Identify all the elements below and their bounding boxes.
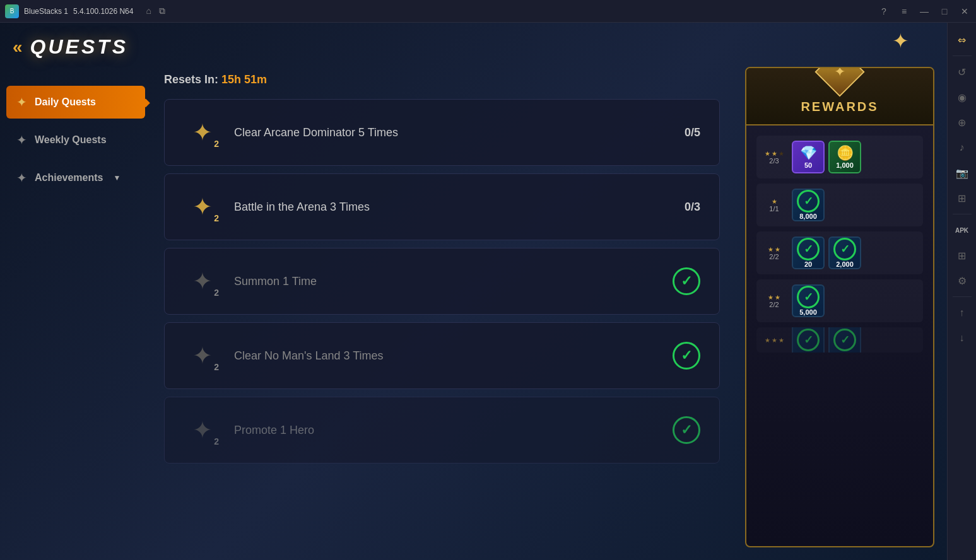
star-icon: ★ [765,150,770,157]
settings-btn[interactable]: ⚙ [950,269,974,293]
right-sidebar: ⇔ ↺ ◉ ⊕ ♪ 📷 ⊞ APK ⊞ ⚙ ↑ ↓ [947,23,976,560]
completed-check-icon: ✓ [797,238,820,260]
completed-check-icon: ✓ [797,190,820,213]
title-bar-app-name: BlueStacks 1 [24,7,68,16]
close-icon[interactable]: ✕ [958,5,971,18]
reward-stars: ★ ★ ★ [765,150,784,157]
top-star-button[interactable]: ✦ [892,29,909,53]
multi-btn[interactable]: ⊞ [950,243,974,267]
sidebar-item-daily[interactable]: ✦ Daily Quests [6,86,145,119]
star-icon: ★ [772,198,777,205]
reward-row: ★ ★ ★ 2/3 💎 50 🪙 1,000 [756,136,923,178]
quest-star-num: 2 [214,362,219,372]
quest-complete-check: ✓ [673,342,700,370]
quests-main: Resets In: 15h 51m ✦ 2 Clear Arcane Domi… [151,23,732,560]
quest-header: « QUESTS [6,29,128,78]
achievements-icon: ✦ [16,170,27,185]
reward-item-gem: 💎 50 [792,141,825,173]
reward-items: ✓ 8,000 [792,189,825,221]
maximize-icon[interactable]: □ [938,5,951,18]
quest-star-container: ✦ 2 [184,337,221,375]
volume-btn[interactable]: ♪ [950,136,974,160]
reward-star-section: ★ ★ ★ 2/3 [761,150,787,165]
quest-item-completed[interactable]: ✦ 2 Summon 1 Time ✓ [164,248,720,315]
screenshot-btn[interactable]: ◉ [950,85,974,109]
sidebar-divider [953,296,972,297]
reward-items: ✓ ✓ [792,327,861,353]
gem-icon: 💎 [800,145,817,161]
quest-item-completed[interactable]: ✦ 2 Promote 1 Hero ✓ [164,397,720,464]
achievements-label: Achievements [35,172,103,184]
reward-item-count: 8,000 [799,213,817,220]
reward-star-section: ★ ★ 2/2 [761,246,787,260]
help-icon[interactable]: ? [878,5,890,18]
menu-icon[interactable]: ≡ [898,5,910,18]
apk-btn[interactable]: APK [950,218,974,242]
reward-stars: ★ ★ [768,246,780,253]
back-arrow-icon[interactable]: « [13,37,20,57]
star-icon: ★ [765,337,770,344]
rewards-diamond-icon: ✦ [834,67,845,80]
scroll-up-btn[interactable]: ↑ [950,301,974,325]
quest-star-shape: ✦ [192,193,213,221]
sidebar-item-weekly[interactable]: ✦ Weekly Quests [6,124,145,156]
minimize-icon[interactable]: — [918,5,931,18]
star-icon: ★ [772,150,777,157]
resets-timer: 15h 51m [221,73,267,86]
camera-btn[interactable]: 📷 [950,161,974,185]
completed-check-icon: ✓ [797,286,820,308]
reward-row: ★ ★ 2/2 ✓ 5,000 [756,279,923,322]
reward-item-count: 1,000 [836,161,854,169]
completed-check-icon: ✓ [797,329,820,351]
title-bar-version: 5.4.100.1026 N64 [73,7,133,16]
quest-star-shape: ✦ [192,342,213,370]
rewards-panel: ✦ REWARDS ★ ★ ★ 2/3 [745,67,934,547]
reward-stars: ★ ★ [768,294,780,301]
star-icon: ★ [775,246,780,253]
quest-item-completed[interactable]: ✦ 2 Clear No Man's Land 3 Times ✓ [164,322,720,389]
quest-name: Promote 1 Hero [234,424,660,437]
game-content: « QUESTS ✦ ✦ Daily Quests ✦ Weekly Quest… [0,23,947,560]
reward-item-count: 2,000 [836,260,854,268]
reward-item-count: 50 [804,161,812,169]
daily-quest-icon: ✦ [16,95,27,110]
bluestacks-logo: B [5,4,19,18]
page-title: QUESTS [30,35,129,59]
reward-stars-label: 1/1 [769,205,779,213]
quest-star-num: 2 [214,288,219,298]
rewards-content: ★ ★ ★ 2/3 💎 50 🪙 1,000 [746,125,933,363]
record-btn[interactable]: ⊕ [950,110,974,134]
reward-item-completed: ✓ 20 [792,236,825,269]
rewards-header: ✦ REWARDS [746,68,933,125]
reward-item-completed: ✓ [828,327,861,353]
weekly-quest-label: Weekly Quests [35,134,107,146]
star-icon: ★ [779,150,784,157]
quest-item[interactable]: ✦ 2 Clear Arcane Dominator 5 Times 0/5 [164,99,720,166]
location-btn[interactable]: ⊞ [950,186,974,210]
reward-stars-label: 2/2 [769,301,779,308]
resets-label: Resets In: [164,73,218,86]
home-icon[interactable]: ⌂ [146,6,151,16]
reward-item-completed: ✓ 5,000 [792,284,825,317]
sidebar-expand-btn[interactable]: ⇔ [950,28,974,52]
quest-nav: ✦ Daily Quests ✦ Weekly Quests ✦ Achieve… [0,23,151,560]
reward-stars: ★ [772,198,777,205]
reward-item-count: 20 [804,260,812,268]
reward-item-completed: ✓ 2,000 [828,236,861,269]
daily-quest-label: Daily Quests [35,96,96,108]
quest-star-num: 2 [214,436,219,446]
reward-items: ✓ 20 ✓ 2,000 [792,236,861,269]
rotate-btn[interactable]: ↺ [950,60,974,84]
star-icon: ★ [772,337,777,344]
title-bar-controls: ? ≡ — □ ✕ [878,5,971,18]
sidebar-item-achievements[interactable]: ✦ Achievements ▼ [6,161,145,194]
star-icon: ★ [775,294,780,301]
quest-item[interactable]: ✦ 2 Battle in the Arena 3 Times 0/3 [164,173,720,240]
rewards-title: REWARDS [801,100,878,114]
reward-star-section: ★ 1/1 [761,198,787,213]
scroll-down-btn[interactable]: ↓ [950,326,974,350]
quest-star-shape: ✦ [192,416,213,444]
weekly-quest-icon: ✦ [16,132,27,148]
reward-star-section: ★ ★ ★ [761,337,787,344]
multi-instance-icon[interactable]: ⧉ [159,6,165,16]
